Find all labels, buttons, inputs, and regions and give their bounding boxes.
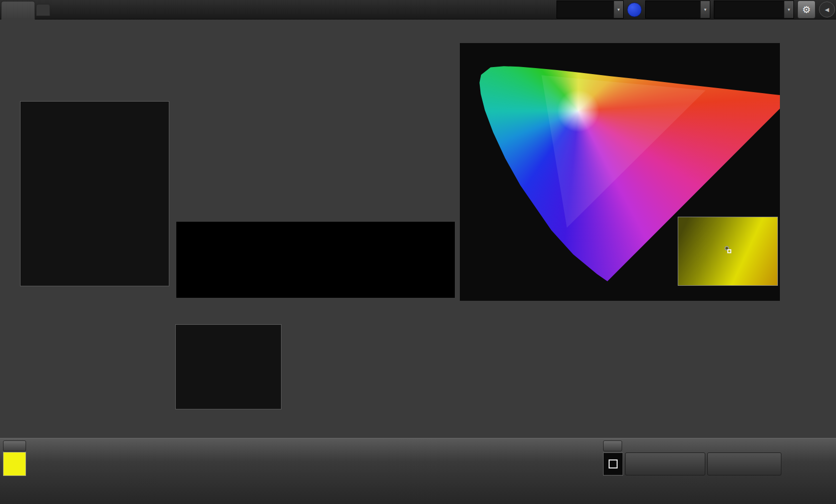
cie-target-marker	[727, 249, 731, 253]
chevron-down-icon[interactable]: ▼	[700, 1, 710, 18]
source-dropdown[interactable]: ▼	[645, 1, 710, 19]
meter-dropdown[interactable]: ▼	[556, 1, 624, 19]
top-toolbar: ▼ ▼ ▼ ⚙ ◀	[0, 0, 836, 20]
display-control-dropdown[interactable]: ▼	[714, 1, 794, 19]
cie-zoom-inset	[678, 217, 778, 286]
rgb-balance-chart	[159, 314, 291, 420]
expand-up-icon[interactable]	[603, 440, 622, 451]
rgb-balance-plot	[175, 324, 282, 409]
chevron-down-icon[interactable]: ▼	[784, 1, 793, 18]
stop-icon	[609, 459, 618, 468]
next-button[interactable]	[707, 452, 781, 475]
current-patch-swatch	[3, 452, 26, 476]
actual-target-swatch-strip	[176, 222, 455, 298]
deltae2000-plot	[20, 101, 169, 286]
measurement-count-badge[interactable]	[627, 3, 642, 17]
expand-up-icon[interactable]	[3, 440, 26, 451]
bottom-control-bar	[0, 438, 836, 504]
app-window: ▼ ▼ ▼ ⚙ ◀	[0, 0, 836, 504]
tab-history[interactable]	[1, 1, 35, 20]
meter-dropdown-label	[559, 1, 614, 18]
gear-icon[interactable]: ⚙	[797, 1, 815, 19]
add-tab-button[interactable]	[36, 4, 50, 16]
collapse-arrow-icon[interactable]: ◀	[819, 2, 835, 18]
cie-chromaticity-chart	[459, 43, 780, 301]
stop-measure-button[interactable]	[603, 452, 623, 475]
toolbar-right-group: ▼ ▼ ▼ ⚙ ◀	[556, 1, 835, 18]
source-dropdown-label	[648, 1, 700, 18]
back-button[interactable]	[625, 452, 705, 475]
deltae2000-chart	[0, 93, 173, 298]
display-dropdown-label	[716, 1, 784, 18]
chevron-down-icon[interactable]: ▼	[614, 1, 623, 18]
